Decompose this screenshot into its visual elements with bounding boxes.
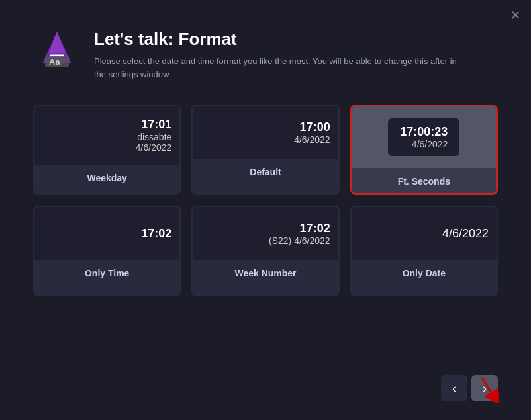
card-preview-week-number: 17:02(S22) 4/6/2022 bbox=[193, 207, 338, 260]
card-time-weekday: 17:01 bbox=[141, 118, 171, 132]
prev-button[interactable]: ‹ bbox=[441, 375, 467, 401]
card-preview-only-date: 4/6/2022 bbox=[352, 207, 497, 260]
card-time-week-number: 17:02 bbox=[300, 222, 330, 235]
card-date-only-date: 4/6/2022 bbox=[442, 227, 489, 241]
card-label-ft-seconds: Ft. Seconds bbox=[352, 168, 496, 193]
card-date-weekday: 4/6/2022 bbox=[136, 142, 172, 153]
svg-text:Aa: Aa bbox=[49, 57, 60, 67]
card-label-only-time: Only Time bbox=[34, 260, 179, 285]
app-window: ✕ Aa Let's talk: Format Please select th… bbox=[0, 0, 531, 420]
card-time-default: 17:00 bbox=[300, 120, 330, 134]
page-subtitle: Please select the date and time format y… bbox=[94, 55, 465, 81]
card-time-ft-seconds: 17:00:23 bbox=[400, 125, 448, 139]
close-button[interactable]: ✕ bbox=[510, 8, 520, 22]
nav-area: ‹ › bbox=[441, 375, 498, 401]
format-card-ft-seconds[interactable]: 17:00:234/6/2022Ft. Seconds bbox=[350, 105, 498, 195]
card-inner-ft-seconds: 17:00:234/6/2022 bbox=[388, 118, 459, 156]
card-preview-ft-seconds: 17:00:234/6/2022 bbox=[352, 106, 496, 168]
header-text: Let's talk: Format Please select the dat… bbox=[94, 26, 465, 81]
format-card-week-number[interactable]: 17:02(S22) 4/6/2022Week Number bbox=[191, 206, 339, 296]
format-card-weekday[interactable]: 17:01dissabte4/6/2022Weekday bbox=[33, 105, 181, 195]
format-card-only-time[interactable]: 17:02Only Time bbox=[33, 206, 181, 296]
card-label-weekday: Weekday bbox=[34, 165, 179, 190]
card-label-default: Default bbox=[193, 159, 338, 184]
card-extra-week-number: (S22) 4/6/2022 bbox=[269, 235, 330, 246]
next-button[interactable]: › bbox=[471, 375, 498, 401]
page-title: Let's talk: Format bbox=[94, 29, 465, 50]
card-label-only-date: Only Date bbox=[352, 260, 497, 285]
card-time-only-time: 17:02 bbox=[141, 227, 171, 241]
card-date-default: 4/6/2022 bbox=[294, 134, 330, 145]
card-date-ft-seconds: 4/6/2022 bbox=[400, 139, 448, 149]
format-card-default[interactable]: 17:004/6/2022Default bbox=[191, 105, 339, 195]
card-preview-only-time: 17:02 bbox=[34, 207, 179, 260]
card-weekday-weekday: dissabte bbox=[137, 132, 171, 142]
card-preview-default: 17:004/6/2022 bbox=[193, 106, 338, 159]
card-label-week-number: Week Number bbox=[193, 260, 338, 285]
format-card-only-date[interactable]: 4/6/2022Only Date bbox=[350, 206, 498, 296]
svg-marker-1 bbox=[49, 32, 65, 53]
format-grid: 17:01dissabte4/6/2022Weekday17:004/6/202… bbox=[33, 105, 498, 296]
app-logo: Aa bbox=[33, 26, 81, 74]
card-preview-weekday: 17:01dissabte4/6/2022 bbox=[34, 106, 179, 165]
header: Aa Let's talk: Format Please select the … bbox=[33, 26, 498, 81]
